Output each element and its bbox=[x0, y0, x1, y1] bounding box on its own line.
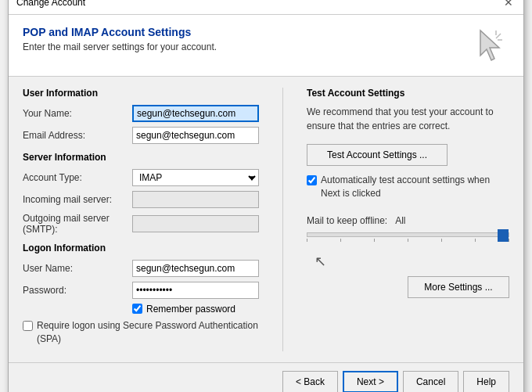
account-type-select[interactable]: IMAP POP3 bbox=[132, 169, 259, 186]
username-label: User Name: bbox=[23, 263, 132, 274]
offline-section: Mail to keep offline: All bbox=[307, 215, 509, 270]
header-title: POP and IMAP Account Settings bbox=[23, 26, 217, 38]
cursor-icon bbox=[474, 27, 505, 63]
tick-7 bbox=[509, 239, 509, 242]
next-button[interactable]: Next > bbox=[343, 371, 398, 392]
left-panel: User Information Your Name: Email Addres… bbox=[23, 88, 259, 352]
require-spa-row: Require logon using Secure Password Auth… bbox=[23, 319, 259, 346]
require-spa-label[interactable]: Require logon using Secure Password Auth… bbox=[37, 319, 259, 346]
header-icon bbox=[470, 26, 509, 65]
close-button[interactable]: ✕ bbox=[501, 0, 516, 9]
outgoing-server-row: Outgoing mail server (SMTP): bbox=[23, 213, 259, 235]
tick-5 bbox=[441, 239, 442, 242]
tick-1 bbox=[307, 239, 307, 242]
more-settings-button[interactable]: More Settings ... bbox=[408, 276, 509, 298]
remember-password-checkbox[interactable] bbox=[132, 304, 142, 314]
vertical-divider bbox=[282, 88, 283, 352]
header-subtitle: Enter the mail server settings for your … bbox=[23, 41, 217, 52]
your-name-input[interactable] bbox=[132, 105, 259, 122]
require-spa-checkbox[interactable] bbox=[23, 321, 33, 331]
logon-info-title: Logon Information bbox=[23, 243, 259, 254]
password-row: Password: bbox=[23, 282, 259, 299]
username-row: User Name: bbox=[23, 260, 259, 277]
remember-password-label[interactable]: Remember password bbox=[146, 304, 235, 315]
incoming-server-label: Incoming mail server: bbox=[23, 194, 132, 205]
offline-label: Mail to keep offline: bbox=[307, 215, 387, 226]
header-text: POP and IMAP Account Settings Enter the … bbox=[23, 26, 217, 52]
title-bar: Change Account ✕ bbox=[9, 0, 523, 15]
footer: < Back Next > Cancel Help bbox=[9, 362, 523, 392]
back-button[interactable]: < Back bbox=[282, 371, 338, 392]
outgoing-server-input[interactable] bbox=[132, 215, 259, 232]
right-panel: Test Account Settings We recommend that … bbox=[307, 88, 509, 352]
help-button[interactable]: Help bbox=[463, 371, 509, 392]
offline-row: Mail to keep offline: All bbox=[307, 215, 509, 226]
change-account-dialog: Change Account ✕ POP and IMAP Account Se… bbox=[8, 0, 524, 392]
tick-6 bbox=[475, 239, 476, 242]
slider-ticks bbox=[307, 239, 509, 242]
auto-test-label[interactable]: Automatically test account settings when… bbox=[321, 174, 509, 200]
tick-4 bbox=[408, 239, 408, 242]
slider-thumb[interactable] bbox=[498, 229, 509, 242]
outgoing-server-label: Outgoing mail server (SMTP): bbox=[23, 213, 132, 235]
email-address-label: Email Address: bbox=[23, 130, 132, 141]
slider-track bbox=[307, 232, 509, 237]
server-info-title: Server Information bbox=[23, 152, 259, 163]
cursor-indicator: ↖ bbox=[315, 253, 509, 270]
offline-value: All bbox=[395, 215, 405, 226]
email-address-row: Email Address: bbox=[23, 127, 259, 144]
user-info-title: User Information bbox=[23, 88, 259, 99]
auto-test-checkbox[interactable] bbox=[307, 175, 317, 185]
email-address-input[interactable] bbox=[132, 127, 259, 144]
auto-test-row: Automatically test account settings when… bbox=[307, 174, 509, 200]
cancel-button[interactable]: Cancel bbox=[403, 371, 458, 392]
right-section-title: Test Account Settings bbox=[307, 88, 509, 99]
content-area: User Information Your Name: Email Addres… bbox=[9, 77, 523, 363]
offline-slider-container bbox=[307, 232, 509, 242]
tick-2 bbox=[340, 239, 341, 242]
account-type-row: Account Type: IMAP POP3 ▼ bbox=[23, 169, 259, 186]
more-settings-row: More Settings ... bbox=[307, 276, 509, 298]
svg-line-2 bbox=[496, 34, 501, 38]
tick-3 bbox=[374, 239, 375, 242]
account-type-label: Account Type: bbox=[23, 172, 132, 183]
right-description: We recommend that you test your account … bbox=[307, 105, 509, 133]
your-name-row: Your Name: bbox=[23, 105, 259, 122]
password-label: Password: bbox=[23, 285, 132, 296]
incoming-server-input[interactable] bbox=[132, 191, 259, 208]
header-section: POP and IMAP Account Settings Enter the … bbox=[9, 15, 523, 77]
test-account-settings-button[interactable]: Test Account Settings ... bbox=[307, 144, 448, 166]
your-name-label: Your Name: bbox=[23, 108, 132, 119]
incoming-server-row: Incoming mail server: bbox=[23, 191, 259, 208]
dialog-title: Change Account bbox=[16, 0, 85, 8]
account-type-wrapper: IMAP POP3 ▼ bbox=[132, 169, 259, 186]
password-input[interactable] bbox=[132, 282, 259, 299]
remember-password-row: Remember password bbox=[132, 304, 259, 315]
username-input[interactable] bbox=[132, 260, 259, 277]
